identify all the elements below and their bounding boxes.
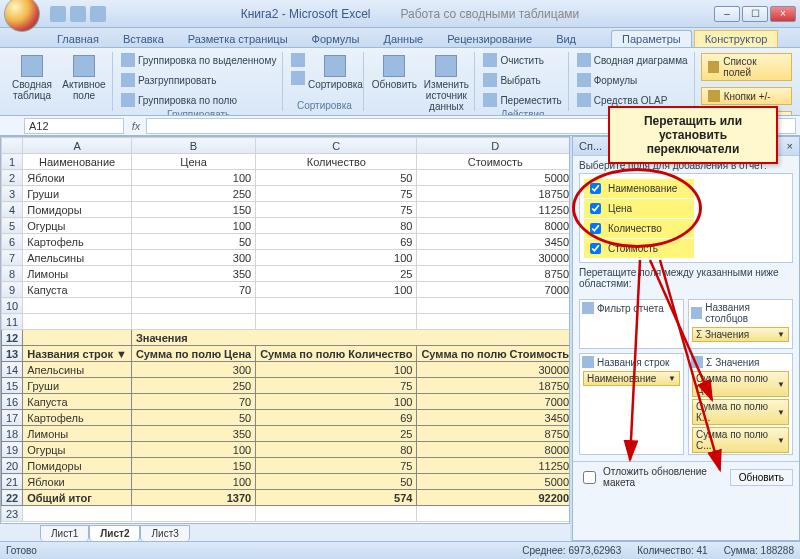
defer-checkbox[interactable] bbox=[583, 471, 596, 484]
pivot-cell[interactable]: 69 bbox=[256, 410, 417, 426]
pivot-cell[interactable]: 100 bbox=[256, 362, 417, 378]
pivot-cell[interactable]: 150 bbox=[131, 458, 255, 474]
row-header[interactable]: 3 bbox=[2, 186, 23, 202]
col-header[interactable]: A bbox=[23, 138, 132, 154]
field-list[interactable]: НаименованиеЦенаКоличествоСтоимость bbox=[579, 173, 793, 263]
field-checkbox[interactable] bbox=[590, 183, 601, 194]
name-box[interactable]: A12 bbox=[24, 118, 124, 134]
pivot-cell[interactable]: Картофель bbox=[23, 410, 132, 426]
sort-asc-button[interactable] bbox=[289, 52, 307, 68]
row-header[interactable]: 6 bbox=[2, 234, 23, 250]
cell[interactable]: 18750 bbox=[417, 186, 570, 202]
cell[interactable]: 50 bbox=[256, 170, 417, 186]
tab-review[interactable]: Рецензирование bbox=[436, 30, 543, 47]
values-area[interactable]: Σ Значения Сумма по полю Ц...▼ Сумма по … bbox=[688, 353, 793, 455]
cell[interactable]: 100 bbox=[131, 218, 255, 234]
cell[interactable]: 150 bbox=[131, 202, 255, 218]
close-button[interactable]: × bbox=[770, 6, 796, 22]
minimize-button[interactable]: – bbox=[714, 6, 740, 22]
pivot-cell[interactable]: Груши bbox=[23, 378, 132, 394]
row-header[interactable]: 9 bbox=[2, 282, 23, 298]
active-field-button[interactable]: Активное поле bbox=[60, 52, 108, 110]
field-item[interactable]: Наименование bbox=[584, 179, 694, 198]
pivot-cell[interactable]: 100 bbox=[131, 474, 255, 490]
col-header[interactable]: B bbox=[131, 138, 255, 154]
pivot-cell[interactable]: 25 bbox=[256, 426, 417, 442]
fieldlist-toggle[interactable]: Список полей bbox=[701, 53, 792, 81]
cell[interactable]: Огурцы bbox=[23, 218, 132, 234]
cell[interactable]: Цена bbox=[131, 154, 255, 170]
cell[interactable]: 11250 bbox=[417, 202, 570, 218]
pivot-cell[interactable]: 8000 bbox=[417, 442, 570, 458]
val-chip-1[interactable]: Сумма по полю Ц...▼ bbox=[692, 371, 789, 397]
cell[interactable]: Лимоны bbox=[23, 266, 132, 282]
formulas-button[interactable]: Формулы bbox=[575, 72, 690, 88]
pivot-cell[interactable]: 300 bbox=[131, 362, 255, 378]
undo-icon[interactable] bbox=[70, 6, 86, 22]
pivot-cell[interactable]: 18750 bbox=[417, 378, 570, 394]
tab-view[interactable]: Вид bbox=[545, 30, 587, 47]
rows-area[interactable]: Названия строк Наименование▼ bbox=[579, 353, 684, 455]
cell[interactable]: 25 bbox=[256, 266, 417, 282]
pivot-cell[interactable]: 70 bbox=[131, 394, 255, 410]
tab-home[interactable]: Главная bbox=[46, 30, 110, 47]
change-source-button[interactable]: Изменить источник данных bbox=[422, 52, 470, 115]
sort-button[interactable]: Сортировка bbox=[311, 52, 359, 99]
fx-icon[interactable]: fx bbox=[126, 120, 146, 132]
row-header[interactable]: 1 bbox=[2, 154, 23, 170]
cell[interactable]: 50 bbox=[131, 234, 255, 250]
pivotchart-button[interactable]: Сводная диаграмма bbox=[575, 52, 690, 68]
pivot-cell[interactable]: Яблоки bbox=[23, 474, 132, 490]
cell[interactable]: 30000 bbox=[417, 250, 570, 266]
redo-icon[interactable] bbox=[90, 6, 106, 22]
val-chip-3[interactable]: Сумма по полю С...▼ bbox=[692, 427, 789, 453]
cell[interactable]: 80 bbox=[256, 218, 417, 234]
val-chip-2[interactable]: Сумма по полю К...▼ bbox=[692, 399, 789, 425]
cell[interactable]: 75 bbox=[256, 186, 417, 202]
cell[interactable]: Капуста bbox=[23, 282, 132, 298]
cell[interactable]: 69 bbox=[256, 234, 417, 250]
cell[interactable]: 7000 bbox=[417, 282, 570, 298]
cell[interactable]: 100 bbox=[131, 170, 255, 186]
sheet-tab-1[interactable]: Лист1 bbox=[40, 525, 89, 541]
pivot-cell[interactable]: 75 bbox=[256, 378, 417, 394]
pivot-cell[interactable]: 7000 bbox=[417, 394, 570, 410]
move-button[interactable]: Переместить bbox=[481, 92, 563, 108]
cell[interactable]: Стоимость bbox=[417, 154, 570, 170]
field-checkbox[interactable] bbox=[590, 223, 601, 234]
col-header[interactable]: D bbox=[417, 138, 570, 154]
row-chip[interactable]: Наименование▼ bbox=[583, 371, 680, 386]
tab-insert[interactable]: Вставка bbox=[112, 30, 175, 47]
pivot-cell[interactable]: 11250 bbox=[417, 458, 570, 474]
pivot-cell[interactable]: 30000 bbox=[417, 362, 570, 378]
pivot-cell[interactable]: 8750 bbox=[417, 426, 570, 442]
cell[interactable]: Картофель bbox=[23, 234, 132, 250]
tab-design[interactable]: Конструктор bbox=[694, 30, 779, 47]
col-chip[interactable]: Σ Значения▼ bbox=[692, 327, 789, 342]
row-header[interactable]: 2 bbox=[2, 170, 23, 186]
field-item[interactable]: Цена bbox=[584, 199, 694, 218]
cell[interactable]: 350 bbox=[131, 266, 255, 282]
pivot-cell[interactable]: Апельсины bbox=[23, 362, 132, 378]
field-item[interactable]: Количество bbox=[584, 219, 694, 238]
cell[interactable]: 100 bbox=[256, 282, 417, 298]
field-checkbox[interactable] bbox=[590, 243, 601, 254]
pivot-cell[interactable]: 50 bbox=[131, 410, 255, 426]
cell[interactable]: 8750 bbox=[417, 266, 570, 282]
cell[interactable]: 75 bbox=[256, 202, 417, 218]
cell[interactable]: Апельсины bbox=[23, 250, 132, 266]
sort-desc-button[interactable] bbox=[289, 70, 307, 86]
pivot-cell[interactable]: Огурцы bbox=[23, 442, 132, 458]
pivot-cell[interactable]: 250 bbox=[131, 378, 255, 394]
refresh-button[interactable]: Обновить bbox=[370, 52, 418, 115]
row-header[interactable]: 5 bbox=[2, 218, 23, 234]
pivot-cell[interactable]: 3450 bbox=[417, 410, 570, 426]
pivot-cell[interactable]: 75 bbox=[256, 458, 417, 474]
cell[interactable]: 250 bbox=[131, 186, 255, 202]
sheet-tab-2[interactable]: Лист2 bbox=[89, 525, 140, 541]
pivottable-button[interactable]: Сводная таблица bbox=[8, 52, 56, 110]
cell[interactable]: 8000 bbox=[417, 218, 570, 234]
select-button[interactable]: Выбрать bbox=[481, 72, 563, 88]
columns-area[interactable]: Названия столбцов Σ Значения▼ bbox=[688, 299, 793, 349]
group-selection-button[interactable]: Группировка по выделенному bbox=[119, 52, 278, 68]
